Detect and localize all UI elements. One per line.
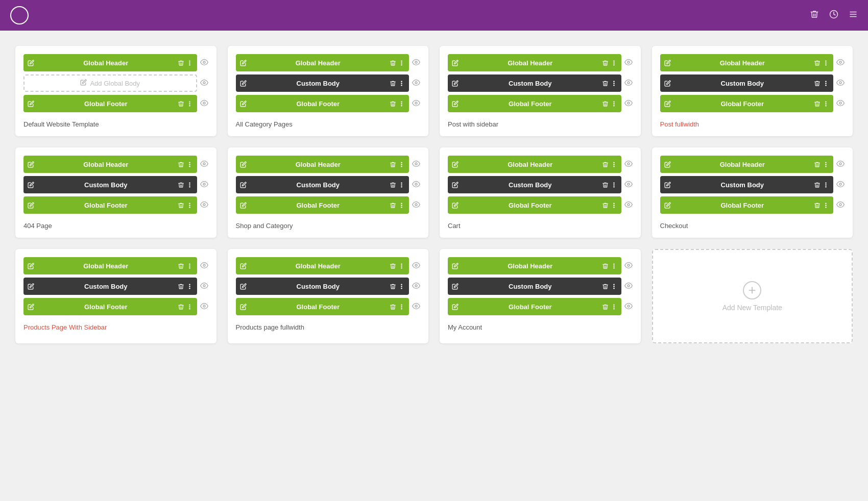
pencil-icon-0[interactable] xyxy=(240,161,247,168)
trash-icon-1[interactable] xyxy=(814,182,821,188)
history-icon[interactable] xyxy=(829,10,838,21)
pencil-icon-1[interactable] xyxy=(452,80,459,87)
dots-icon-2[interactable] xyxy=(398,101,405,107)
dots-icon-0[interactable] xyxy=(398,263,405,269)
pencil-icon-0[interactable] xyxy=(664,161,671,168)
trash-icon-0[interactable] xyxy=(602,161,609,168)
eye-icon-2[interactable] xyxy=(200,201,208,210)
eye-icon-2[interactable] xyxy=(200,99,208,109)
eye-icon-2[interactable] xyxy=(836,99,845,109)
pencil-icon-0[interactable] xyxy=(664,60,671,66)
dots-icon-2[interactable] xyxy=(611,101,617,107)
dots-icon-0[interactable] xyxy=(611,263,617,269)
eye-icon-0[interactable] xyxy=(200,58,208,68)
trash-icon-2[interactable] xyxy=(602,101,609,107)
trash-icon-1[interactable] xyxy=(178,182,184,188)
pencil-icon-1[interactable] xyxy=(240,283,247,290)
dots-icon-1[interactable] xyxy=(611,182,617,188)
pencil-icon-0[interactable] xyxy=(28,263,34,269)
eye-icon-1[interactable] xyxy=(200,79,208,88)
dots-icon-2[interactable] xyxy=(186,101,193,107)
dots-icon-0[interactable] xyxy=(823,60,829,66)
eye-icon-1[interactable] xyxy=(412,79,420,88)
dots-icon-0[interactable] xyxy=(611,161,617,168)
dots-icon-2[interactable] xyxy=(611,202,617,209)
trash-icon-2[interactable] xyxy=(602,304,609,310)
pencil-icon-2[interactable] xyxy=(28,304,34,310)
eye-icon-1[interactable] xyxy=(624,180,633,190)
pencil-icon-1[interactable] xyxy=(452,283,459,290)
pencil-icon-2[interactable] xyxy=(28,101,34,107)
pencil-icon-0[interactable] xyxy=(452,161,459,168)
dots-icon-1[interactable] xyxy=(823,182,829,188)
pencil-icon-2[interactable] xyxy=(240,202,247,209)
trash-icon-1[interactable] xyxy=(390,182,396,188)
trash-icon-0[interactable] xyxy=(390,161,396,168)
eye-icon-0[interactable] xyxy=(836,58,845,68)
dots-icon-2[interactable] xyxy=(398,304,405,310)
trash-icon-2[interactable] xyxy=(602,202,609,209)
eye-icon-2[interactable] xyxy=(624,99,633,109)
pencil-icon-1[interactable] xyxy=(240,182,247,188)
pencil-icon-2[interactable] xyxy=(452,202,459,209)
pencil-icon-2[interactable] xyxy=(240,304,247,310)
trash-icon-0[interactable] xyxy=(814,161,821,168)
eye-icon-0[interactable] xyxy=(412,160,420,169)
dots-icon-1[interactable] xyxy=(186,283,193,290)
dots-icon-0[interactable] xyxy=(611,60,617,66)
dots-icon-0[interactable] xyxy=(186,60,193,66)
trash-icon[interactable] xyxy=(810,10,819,21)
trash-icon-0[interactable] xyxy=(178,60,184,66)
trash-icon-2[interactable] xyxy=(390,304,396,310)
trash-icon-0[interactable] xyxy=(390,263,396,269)
pencil-icon-1[interactable] xyxy=(452,182,459,188)
dots-icon-1[interactable] xyxy=(611,283,617,290)
dots-icon-1[interactable] xyxy=(398,182,405,188)
trash-icon-0[interactable] xyxy=(178,161,184,168)
trash-icon-2[interactable] xyxy=(814,101,821,107)
settings-icon[interactable] xyxy=(849,10,858,21)
eye-icon-1[interactable] xyxy=(200,180,208,190)
pencil-icon-2[interactable] xyxy=(28,202,34,209)
eye-icon-0[interactable] xyxy=(624,58,633,68)
eye-icon-0[interactable] xyxy=(624,160,633,169)
eye-icon-2[interactable] xyxy=(624,302,633,312)
eye-icon-2[interactable] xyxy=(200,302,208,312)
eye-icon-2[interactable] xyxy=(836,201,845,210)
pencil-icon-2[interactable] xyxy=(452,304,459,310)
eye-icon-1[interactable] xyxy=(412,282,420,291)
trash-icon-1[interactable] xyxy=(814,80,821,87)
trash-icon-2[interactable] xyxy=(814,202,821,209)
dots-icon-2[interactable] xyxy=(823,101,829,107)
pencil-icon-0[interactable] xyxy=(240,60,247,66)
trash-icon-2[interactable] xyxy=(178,101,184,107)
eye-icon-1[interactable] xyxy=(412,180,420,190)
eye-icon-0[interactable] xyxy=(624,261,633,271)
eye-icon-1[interactable] xyxy=(836,79,845,88)
dots-icon-1[interactable] xyxy=(398,283,405,290)
pencil-icon-2[interactable] xyxy=(452,101,459,107)
dots-icon-2[interactable] xyxy=(186,304,193,310)
pencil-icon-1[interactable] xyxy=(664,80,671,87)
eye-icon-0[interactable] xyxy=(200,160,208,169)
pencil-icon-1[interactable] xyxy=(664,182,671,188)
eye-icon-2[interactable] xyxy=(412,302,420,312)
eye-icon-1[interactable] xyxy=(624,282,633,291)
pencil-icon-0[interactable] xyxy=(452,263,459,269)
eye-icon-1[interactable] xyxy=(624,79,633,88)
eye-icon-0[interactable] xyxy=(200,261,208,271)
pencil-icon-1[interactable] xyxy=(240,80,247,87)
pencil-icon-2[interactable] xyxy=(664,202,671,209)
trash-icon-0[interactable] xyxy=(178,263,184,269)
dots-icon-1[interactable] xyxy=(823,80,829,87)
trash-icon-1[interactable] xyxy=(602,182,609,188)
dots-icon-1[interactable] xyxy=(611,80,617,87)
pencil-icon-0[interactable] xyxy=(28,161,34,168)
dots-icon-2[interactable] xyxy=(823,202,829,209)
trash-icon-1[interactable] xyxy=(178,283,184,290)
trash-icon-2[interactable] xyxy=(178,202,184,209)
trash-icon-0[interactable] xyxy=(814,60,821,66)
pencil-icon-2[interactable] xyxy=(240,101,247,107)
eye-icon-2[interactable] xyxy=(412,201,420,210)
pencil-icon-0[interactable] xyxy=(28,60,34,66)
